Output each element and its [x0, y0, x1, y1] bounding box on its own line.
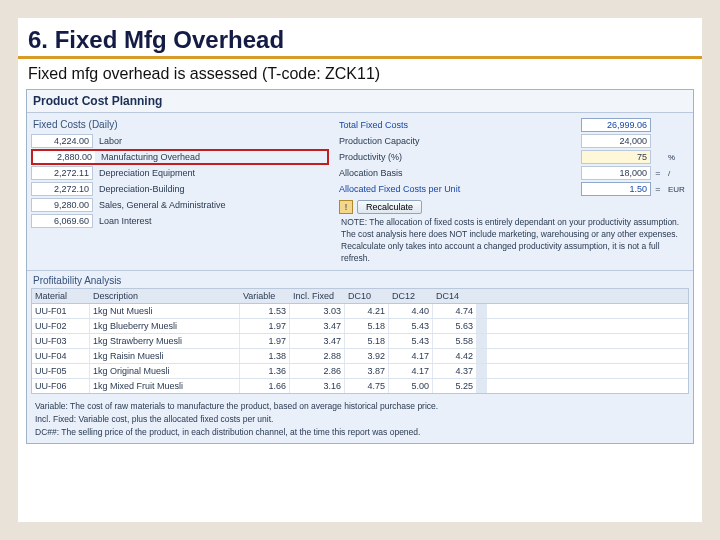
cell: 1.66 [240, 379, 290, 393]
cell: 4.42 [433, 349, 477, 363]
fixed-cost-row: 2,272.11Depreciation Equipment [31, 165, 329, 181]
scrollbar[interactable] [477, 304, 487, 318]
cell: 1kg Original Muesli [90, 364, 240, 378]
fixed-cost-row: 4,224.00Labor [31, 133, 329, 149]
cell: 4.21 [345, 304, 389, 318]
perunit-unit: EUR [665, 185, 689, 194]
definitions: Variable: The cost of raw materials to m… [27, 394, 693, 443]
cell: 4.75 [345, 379, 389, 393]
cell: UU-F01 [32, 304, 90, 318]
fixed-cost-value[interactable]: 9,280.00 [31, 198, 93, 212]
cell: 5.18 [345, 319, 389, 333]
productivity-input[interactable]: 75 [581, 150, 651, 164]
table-row[interactable]: UU-F041kg Raisin Muesli1.382.883.924.174… [32, 349, 688, 364]
scrollbar[interactable] [477, 364, 487, 378]
fixed-cost-value[interactable]: 2,272.10 [31, 182, 93, 196]
cell: 1.97 [240, 319, 290, 333]
profitability-table: Material Description Variable Incl. Fixe… [31, 288, 689, 394]
cell: 1kg Strawberry Muesli [90, 334, 240, 348]
col-description: Description [90, 289, 240, 303]
cell: 5.58 [433, 334, 477, 348]
col-incl-fixed: Incl. Fixed [290, 289, 345, 303]
sap-window: Product Cost Planning Fixed Costs (Daily… [26, 89, 694, 444]
total-fixed-value: 26,999.06 [581, 118, 651, 132]
cell: 1kg Raisin Muesli [90, 349, 240, 363]
cell: 1.36 [240, 364, 290, 378]
scrollbar[interactable] [477, 289, 487, 303]
page-title: 6. Fixed Mfg Overhead [18, 18, 702, 59]
fixed-cost-label: Manufacturing Overhead [101, 152, 200, 162]
col-dc12: DC12 [389, 289, 433, 303]
slide: 6. Fixed Mfg Overhead Fixed mfg overhead… [18, 18, 702, 522]
table-row[interactable]: UU-F021kg Blueberry Muesli1.973.475.185.… [32, 319, 688, 334]
basis-label: Allocation Basis [339, 168, 581, 178]
cell: 3.92 [345, 349, 389, 363]
fixed-cost-label: Depreciation Equipment [99, 168, 195, 178]
fixed-costs-title: Fixed Costs (Daily) [31, 117, 329, 133]
cell: UU-F06 [32, 379, 90, 393]
table-row[interactable]: UU-F031kg Strawberry Muesli1.973.475.185… [32, 334, 688, 349]
cell: 5.43 [389, 334, 433, 348]
col-variable: Variable [240, 289, 290, 303]
scrollbar[interactable] [477, 379, 487, 393]
table-row[interactable]: UU-F051kg Original Muesli1.362.863.874.1… [32, 364, 688, 379]
table-row[interactable]: UU-F061kg Mixed Fruit Muesli1.663.164.75… [32, 379, 688, 393]
col-material: Material [32, 289, 90, 303]
cell: 5.43 [389, 319, 433, 333]
table-row[interactable]: UU-F011kg Nut Muesli1.533.034.214.404.74 [32, 304, 688, 319]
scrollbar[interactable] [477, 319, 487, 333]
cell: 4.17 [389, 349, 433, 363]
def-incl-fixed: Incl. Fixed: Variable cost, plus the all… [35, 413, 685, 426]
app-header: Product Cost Planning [27, 90, 693, 113]
fixed-cost-row: 9,280.00Sales, General & Administrative [31, 197, 329, 213]
equals-icon: = [651, 168, 665, 178]
col-dc10: DC10 [345, 289, 389, 303]
table-header-row: Material Description Variable Incl. Fixe… [32, 289, 688, 304]
cell: 5.00 [389, 379, 433, 393]
cell: UU-F04 [32, 349, 90, 363]
cell: 5.25 [433, 379, 477, 393]
basis-unit: / [665, 169, 689, 178]
profitability-title: Profitability Analysis [27, 271, 693, 288]
cell: 1kg Mixed Fruit Muesli [90, 379, 240, 393]
total-fixed-label: Total Fixed Costs [339, 120, 581, 130]
fixed-cost-value[interactable]: 6,069.60 [31, 214, 93, 228]
fixed-cost-value[interactable]: 2,880.00 [33, 151, 95, 163]
cell: 5.18 [345, 334, 389, 348]
cell: 2.86 [290, 364, 345, 378]
fixed-cost-row: 2,880.00Manufacturing Overhead [31, 149, 329, 165]
cell: UU-F05 [32, 364, 90, 378]
cell: 3.16 [290, 379, 345, 393]
allocation-group: Total Fixed Costs 26,999.06 Production C… [339, 117, 689, 264]
scrollbar[interactable] [477, 334, 487, 348]
top-pane: Fixed Costs (Daily) 4,224.00Labor2,880.0… [27, 113, 693, 271]
fixed-cost-label: Depreciation-Building [99, 184, 185, 194]
cell: 1kg Blueberry Muesli [90, 319, 240, 333]
fixed-cost-row: 2,272.10Depreciation-Building [31, 181, 329, 197]
fixed-cost-label: Labor [99, 136, 122, 146]
recalculate-button[interactable]: Recalculate [357, 200, 422, 214]
allocation-note: NOTE: The allocation of fixed costs is e… [339, 214, 689, 264]
col-dc14: DC14 [433, 289, 477, 303]
productivity-unit: % [665, 153, 689, 162]
fixed-cost-row: 6,069.60Loan Interest [31, 213, 329, 229]
cell: 4.37 [433, 364, 477, 378]
equals-icon: = [651, 184, 665, 194]
cell: 3.87 [345, 364, 389, 378]
scrollbar[interactable] [477, 349, 487, 363]
cell: 2.88 [290, 349, 345, 363]
fixed-costs-group: Fixed Costs (Daily) 4,224.00Labor2,880.0… [31, 117, 329, 264]
cell: 3.47 [290, 319, 345, 333]
fixed-cost-value[interactable]: 2,272.11 [31, 166, 93, 180]
fixed-cost-label: Sales, General & Administrative [99, 200, 226, 210]
subtitle: Fixed mfg overhead is assessed (T-code: … [18, 61, 702, 89]
fixed-cost-value[interactable]: 4,224.00 [31, 134, 93, 148]
cell: 4.40 [389, 304, 433, 318]
basis-value: 18,000 [581, 166, 651, 180]
cell: 5.63 [433, 319, 477, 333]
fixed-cost-label: Loan Interest [99, 216, 152, 226]
cell: 1.38 [240, 349, 290, 363]
cell: UU-F02 [32, 319, 90, 333]
cell: 1kg Nut Muesli [90, 304, 240, 318]
def-dc: DC##: The selling price of the product, … [35, 426, 685, 439]
